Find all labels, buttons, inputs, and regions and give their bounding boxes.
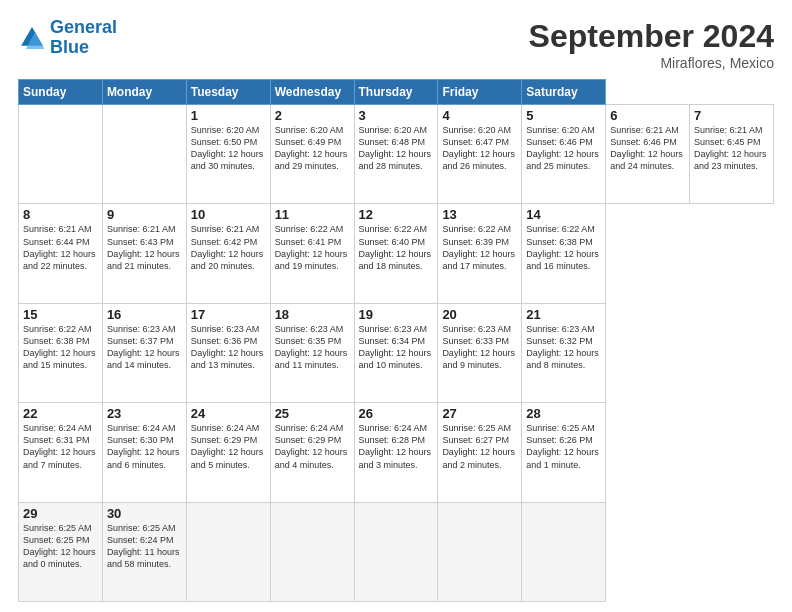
calendar-cell — [270, 502, 354, 601]
calendar-cell: 28 Sunrise: 6:25 AMSunset: 6:26 PMDaylig… — [522, 403, 606, 502]
day-number: 12 — [359, 207, 434, 222]
day-number: 5 — [526, 108, 601, 123]
cell-detail: Sunrise: 6:25 AMSunset: 6:26 PMDaylight:… — [526, 423, 599, 469]
month-title: September 2024 — [529, 18, 774, 55]
calendar-cell: 13 Sunrise: 6:22 AMSunset: 6:39 PMDaylig… — [438, 204, 522, 303]
day-number: 9 — [107, 207, 182, 222]
calendar-cell: 27 Sunrise: 6:25 AMSunset: 6:27 PMDaylig… — [438, 403, 522, 502]
cell-detail: Sunrise: 6:22 AMSunset: 6:38 PMDaylight:… — [526, 224, 599, 270]
logo-icon — [18, 24, 46, 52]
cell-detail: Sunrise: 6:25 AMSunset: 6:24 PMDaylight:… — [107, 523, 180, 569]
col-header-thursday: Thursday — [354, 80, 438, 105]
calendar-cell: 7 Sunrise: 6:21 AMSunset: 6:45 PMDayligh… — [690, 105, 774, 204]
cell-detail: Sunrise: 6:22 AMSunset: 6:39 PMDaylight:… — [442, 224, 515, 270]
calendar-cell: 22 Sunrise: 6:24 AMSunset: 6:31 PMDaylig… — [19, 403, 103, 502]
day-number: 15 — [23, 307, 98, 322]
calendar-cell: 5 Sunrise: 6:20 AMSunset: 6:46 PMDayligh… — [522, 105, 606, 204]
cell-detail: Sunrise: 6:21 AMSunset: 6:45 PMDaylight:… — [694, 125, 767, 171]
calendar-cell: 3 Sunrise: 6:20 AMSunset: 6:48 PMDayligh… — [354, 105, 438, 204]
cell-detail: Sunrise: 6:20 AMSunset: 6:46 PMDaylight:… — [526, 125, 599, 171]
calendar-cell: 4 Sunrise: 6:20 AMSunset: 6:47 PMDayligh… — [438, 105, 522, 204]
calendar-header-row: SundayMondayTuesdayWednesdayThursdayFrid… — [19, 80, 774, 105]
day-number: 3 — [359, 108, 434, 123]
cell-detail: Sunrise: 6:23 AMSunset: 6:33 PMDaylight:… — [442, 324, 515, 370]
calendar-cell: 15 Sunrise: 6:22 AMSunset: 6:38 PMDaylig… — [19, 303, 103, 402]
calendar-cell: 30 Sunrise: 6:25 AMSunset: 6:24 PMDaylig… — [102, 502, 186, 601]
day-number: 13 — [442, 207, 517, 222]
calendar-cell — [19, 105, 103, 204]
cell-detail: Sunrise: 6:21 AMSunset: 6:43 PMDaylight:… — [107, 224, 180, 270]
day-number: 18 — [275, 307, 350, 322]
day-number: 4 — [442, 108, 517, 123]
calendar-cell: 16 Sunrise: 6:23 AMSunset: 6:37 PMDaylig… — [102, 303, 186, 402]
cell-detail: Sunrise: 6:24 AMSunset: 6:30 PMDaylight:… — [107, 423, 180, 469]
logo-line2: Blue — [50, 37, 89, 57]
logo-line1: General — [50, 17, 117, 37]
day-number: 29 — [23, 506, 98, 521]
calendar-cell: 23 Sunrise: 6:24 AMSunset: 6:30 PMDaylig… — [102, 403, 186, 502]
day-number: 26 — [359, 406, 434, 421]
logo-text: General Blue — [50, 18, 117, 58]
cell-detail: Sunrise: 6:22 AMSunset: 6:38 PMDaylight:… — [23, 324, 96, 370]
day-number: 27 — [442, 406, 517, 421]
cell-detail: Sunrise: 6:24 AMSunset: 6:29 PMDaylight:… — [275, 423, 348, 469]
cell-detail: Sunrise: 6:21 AMSunset: 6:46 PMDaylight:… — [610, 125, 683, 171]
calendar-cell: 2 Sunrise: 6:20 AMSunset: 6:49 PMDayligh… — [270, 105, 354, 204]
calendar-cell: 20 Sunrise: 6:23 AMSunset: 6:33 PMDaylig… — [438, 303, 522, 402]
cell-detail: Sunrise: 6:20 AMSunset: 6:47 PMDaylight:… — [442, 125, 515, 171]
calendar-cell: 18 Sunrise: 6:23 AMSunset: 6:35 PMDaylig… — [270, 303, 354, 402]
week-row-3: 22 Sunrise: 6:24 AMSunset: 6:31 PMDaylig… — [19, 403, 774, 502]
subtitle: Miraflores, Mexico — [529, 55, 774, 71]
cell-detail: Sunrise: 6:25 AMSunset: 6:25 PMDaylight:… — [23, 523, 96, 569]
col-header-wednesday: Wednesday — [270, 80, 354, 105]
week-row-2: 15 Sunrise: 6:22 AMSunset: 6:38 PMDaylig… — [19, 303, 774, 402]
day-number: 10 — [191, 207, 266, 222]
cell-detail: Sunrise: 6:23 AMSunset: 6:34 PMDaylight:… — [359, 324, 432, 370]
cell-detail: Sunrise: 6:24 AMSunset: 6:31 PMDaylight:… — [23, 423, 96, 469]
day-number: 19 — [359, 307, 434, 322]
day-number: 1 — [191, 108, 266, 123]
calendar-cell — [522, 502, 606, 601]
day-number: 23 — [107, 406, 182, 421]
calendar-cell: 25 Sunrise: 6:24 AMSunset: 6:29 PMDaylig… — [270, 403, 354, 502]
cell-detail: Sunrise: 6:24 AMSunset: 6:28 PMDaylight:… — [359, 423, 432, 469]
col-header-sunday: Sunday — [19, 80, 103, 105]
header: General Blue September 2024 Miraflores, … — [18, 18, 774, 71]
cell-detail: Sunrise: 6:21 AMSunset: 6:44 PMDaylight:… — [23, 224, 96, 270]
day-number: 2 — [275, 108, 350, 123]
day-number: 30 — [107, 506, 182, 521]
calendar-cell: 11 Sunrise: 6:22 AMSunset: 6:41 PMDaylig… — [270, 204, 354, 303]
cell-detail: Sunrise: 6:22 AMSunset: 6:40 PMDaylight:… — [359, 224, 432, 270]
cell-detail: Sunrise: 6:20 AMSunset: 6:48 PMDaylight:… — [359, 125, 432, 171]
day-number: 25 — [275, 406, 350, 421]
calendar-cell: 10 Sunrise: 6:21 AMSunset: 6:42 PMDaylig… — [186, 204, 270, 303]
calendar-body: 1 Sunrise: 6:20 AMSunset: 6:50 PMDayligh… — [19, 105, 774, 602]
cell-detail: Sunrise: 6:23 AMSunset: 6:32 PMDaylight:… — [526, 324, 599, 370]
day-number: 17 — [191, 307, 266, 322]
cell-detail: Sunrise: 6:24 AMSunset: 6:29 PMDaylight:… — [191, 423, 264, 469]
calendar-cell: 9 Sunrise: 6:21 AMSunset: 6:43 PMDayligh… — [102, 204, 186, 303]
day-number: 8 — [23, 207, 98, 222]
day-number: 6 — [610, 108, 685, 123]
day-number: 14 — [526, 207, 601, 222]
day-number: 7 — [694, 108, 769, 123]
day-number: 22 — [23, 406, 98, 421]
col-header-saturday: Saturday — [522, 80, 606, 105]
week-row-0: 1 Sunrise: 6:20 AMSunset: 6:50 PMDayligh… — [19, 105, 774, 204]
logo: General Blue — [18, 18, 117, 58]
cell-detail: Sunrise: 6:25 AMSunset: 6:27 PMDaylight:… — [442, 423, 515, 469]
calendar-table: SundayMondayTuesdayWednesdayThursdayFrid… — [18, 79, 774, 602]
day-number: 24 — [191, 406, 266, 421]
cell-detail: Sunrise: 6:22 AMSunset: 6:41 PMDaylight:… — [275, 224, 348, 270]
cell-detail: Sunrise: 6:21 AMSunset: 6:42 PMDaylight:… — [191, 224, 264, 270]
calendar-cell: 26 Sunrise: 6:24 AMSunset: 6:28 PMDaylig… — [354, 403, 438, 502]
calendar-cell: 24 Sunrise: 6:24 AMSunset: 6:29 PMDaylig… — [186, 403, 270, 502]
calendar-cell — [354, 502, 438, 601]
calendar-cell: 29 Sunrise: 6:25 AMSunset: 6:25 PMDaylig… — [19, 502, 103, 601]
day-number: 28 — [526, 406, 601, 421]
day-number: 16 — [107, 307, 182, 322]
week-row-4: 29 Sunrise: 6:25 AMSunset: 6:25 PMDaylig… — [19, 502, 774, 601]
col-header-monday: Monday — [102, 80, 186, 105]
day-number: 21 — [526, 307, 601, 322]
calendar-cell: 21 Sunrise: 6:23 AMSunset: 6:32 PMDaylig… — [522, 303, 606, 402]
